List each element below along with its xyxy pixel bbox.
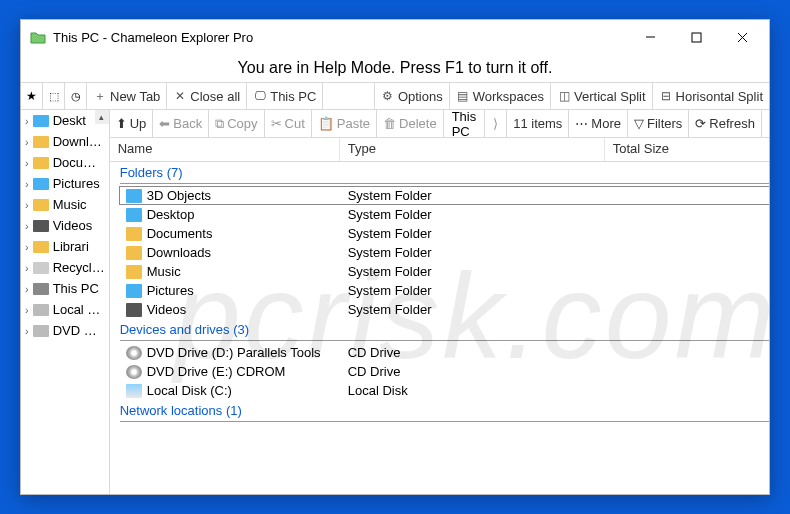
- sidebar-item[interactable]: ›Downl…: [21, 131, 109, 152]
- sidebar-item[interactable]: ›This PC: [21, 278, 109, 299]
- list-view-button[interactable]: ☰List View: [762, 110, 769, 137]
- item-type: System Folder: [346, 283, 611, 298]
- list-item[interactable]: PicturesSystem Folder: [120, 281, 769, 300]
- refresh-button[interactable]: ⟳Refresh: [689, 110, 762, 137]
- sidebar-item-label: This PC: [53, 281, 99, 296]
- workspaces-button[interactable]: ▤Workspaces: [450, 83, 551, 109]
- folder-icon: [33, 115, 49, 127]
- list-item[interactable]: MusicSystem Folder: [120, 262, 769, 281]
- filters-button[interactable]: ▽Filters: [628, 110, 689, 137]
- minimize-button[interactable]: [627, 22, 673, 52]
- list-icon: ☰: [768, 116, 769, 131]
- sidebar-item[interactable]: ›Recycl…: [21, 257, 109, 278]
- list-view[interactable]: Name Type Total Size ▴ Folders (7)3D Obj…: [110, 138, 769, 494]
- folder-icon: [126, 246, 142, 260]
- expand-icon: ›: [25, 283, 29, 295]
- folder-icon: [126, 284, 142, 298]
- list-item[interactable]: 3D ObjectsSystem Folder: [119, 186, 769, 205]
- delete-button[interactable]: 🗑Delete: [377, 110, 444, 137]
- history-toggle[interactable]: ◷: [65, 83, 87, 109]
- favorites-star[interactable]: ★: [21, 83, 43, 109]
- sidebar-item[interactable]: ›Local …: [21, 299, 109, 320]
- sidebar-tree[interactable]: ▴ ›Deskt›Downl…›Docu…›Pictures›Music›Vid…: [21, 110, 109, 494]
- list-item[interactable]: Local Disk (C:)Local Disk62,8: [120, 381, 769, 400]
- folder-icon: [33, 157, 49, 169]
- cut-icon: ✂: [271, 116, 282, 131]
- folder-icon: [33, 199, 49, 211]
- item-size: 62,8: [611, 383, 769, 398]
- item-name: Local Disk (C:): [147, 383, 232, 398]
- more-button[interactable]: ⋯More: [569, 110, 628, 137]
- column-header[interactable]: Name Type Total Size: [110, 138, 769, 162]
- gear-icon: ⚙: [381, 89, 395, 103]
- sidebar-item-label: Recycl…: [53, 260, 105, 275]
- close-all-button[interactable]: ✕Close all: [167, 83, 247, 109]
- col-name[interactable]: Name: [110, 138, 340, 161]
- path-tab[interactable]: This PC: [444, 110, 486, 137]
- scroll-up-icon[interactable]: ▴: [95, 110, 109, 124]
- list-item[interactable]: DownloadsSystem Folder: [120, 243, 769, 262]
- back-button[interactable]: ⬅Back: [153, 110, 209, 137]
- cut-button[interactable]: ✂Cut: [265, 110, 312, 137]
- folder-icon: [33, 304, 49, 316]
- list-item[interactable]: VideosSystem Folder: [120, 300, 769, 319]
- tree-toggle[interactable]: ⬚: [43, 83, 65, 109]
- folder-icon: [126, 303, 142, 317]
- main-toolbar: ★ ⬚ ◷ ＋New Tab ✕Close all 🖵This PC ⚙Opti…: [21, 82, 769, 110]
- close-button[interactable]: [719, 22, 765, 52]
- col-type[interactable]: Type: [340, 138, 605, 161]
- item-size: 9,35: [611, 345, 769, 360]
- horizontal-split-button[interactable]: ⊟Horisontal Split: [653, 83, 769, 109]
- item-name: Music: [147, 264, 181, 279]
- expand-icon: ›: [25, 178, 29, 190]
- item-name: Downloads: [147, 245, 211, 260]
- up-button[interactable]: ⬆Up: [110, 110, 154, 137]
- copy-icon: ⧉: [215, 116, 224, 132]
- expand-icon: ›: [25, 115, 29, 127]
- sidebar-item[interactable]: ›Pictures: [21, 173, 109, 194]
- window-title: This PC - Chameleon Explorer Pro: [53, 30, 627, 45]
- folder-icon: [33, 178, 49, 190]
- sidebar-item-label: Videos: [53, 218, 93, 233]
- tab-sep: ⟩: [485, 110, 506, 137]
- disc-icon: [126, 365, 142, 379]
- list-item[interactable]: DesktopSystem Folder: [120, 205, 769, 224]
- sidebar-item[interactable]: ›Videos: [21, 215, 109, 236]
- list-item[interactable]: DocumentsSystem Folder: [120, 224, 769, 243]
- options-button[interactable]: ⚙Options: [375, 83, 450, 109]
- list-item[interactable]: DVD Drive (D:) Parallels ToolsCD Drive9,…: [120, 343, 769, 362]
- folder-icon: [33, 220, 49, 232]
- item-size: 1,18: [611, 364, 769, 379]
- group-header[interactable]: Devices and drives (3): [110, 319, 769, 340]
- expand-icon: ›: [25, 136, 29, 148]
- paste-button[interactable]: 📋Paste: [312, 110, 377, 137]
- sidebar-item[interactable]: ›Librari: [21, 236, 109, 257]
- folder-icon: [33, 325, 49, 337]
- sidebar-item-label: DVD …: [53, 323, 97, 338]
- sidebar-item-label: Librari: [53, 239, 89, 254]
- col-size[interactable]: Total Size: [605, 138, 769, 161]
- item-name: Documents: [147, 226, 213, 241]
- sidebar-item[interactable]: ›Docu…: [21, 152, 109, 173]
- folder-icon: [33, 262, 49, 274]
- disc-icon: [126, 346, 142, 360]
- this-pc-button[interactable]: 🖵This PC: [247, 83, 323, 109]
- item-type: CD Drive: [346, 345, 611, 360]
- folder-icon: [33, 241, 49, 253]
- expand-icon: ›: [25, 157, 29, 169]
- group-header[interactable]: Network locations (1): [110, 400, 769, 421]
- copy-button[interactable]: ⧉Copy: [209, 110, 264, 137]
- app-icon: [29, 28, 47, 46]
- sidebar-item[interactable]: ›DVD …: [21, 320, 109, 341]
- list-item[interactable]: DVD Drive (E:) CDROMCD Drive1,18: [120, 362, 769, 381]
- drive-icon: [126, 384, 142, 398]
- group-header[interactable]: Folders (7): [110, 162, 769, 183]
- maximize-button[interactable]: [673, 22, 719, 52]
- folder-icon: [126, 227, 142, 241]
- expand-icon: ›: [25, 262, 29, 274]
- item-type: System Folder: [346, 207, 611, 222]
- new-tab-button[interactable]: ＋New Tab: [87, 83, 167, 109]
- vertical-split-button[interactable]: ◫Vertical Split: [551, 83, 653, 109]
- sidebar-item[interactable]: ›Music: [21, 194, 109, 215]
- hsplit-icon: ⊟: [659, 89, 673, 103]
